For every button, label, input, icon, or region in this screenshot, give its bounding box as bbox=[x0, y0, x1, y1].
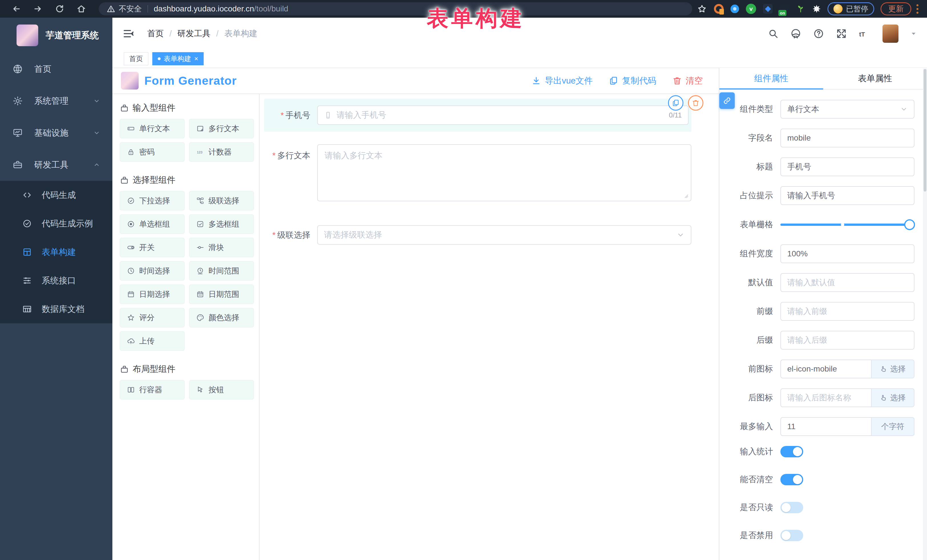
form-grid-slider[interactable] bbox=[780, 223, 913, 226]
tab-component-props[interactable]: 组件属性 bbox=[719, 68, 823, 89]
fullscreen-icon[interactable] bbox=[836, 28, 847, 39]
sidebar-item-system[interactable]: 系统管理 bbox=[0, 85, 112, 117]
export-vue-button[interactable]: 导出vue文件 bbox=[531, 75, 593, 87]
component-item-time-range[interactable]: 时间范围 bbox=[189, 261, 254, 281]
component-item-color-picker[interactable]: 颜色选择 bbox=[189, 308, 254, 327]
component-item-checkbox-group[interactable]: 多选框组 bbox=[189, 214, 254, 234]
component-item-password[interactable]: 密码 bbox=[120, 142, 185, 162]
phone-input[interactable]: 请输入手机号 0/11 bbox=[317, 106, 688, 125]
link-button[interactable] bbox=[719, 93, 735, 109]
component-item-button[interactable]: 按钮 bbox=[189, 380, 254, 399]
collapse-menu-icon[interactable] bbox=[122, 27, 135, 40]
prefix-input[interactable] bbox=[780, 302, 915, 321]
toolbox-icon bbox=[12, 160, 24, 170]
form-canvas[interactable]: *手机号 请输入手机号 0/11 *多行文本 bbox=[260, 94, 719, 560]
component-item-radio-group[interactable]: 单选框组 bbox=[120, 214, 185, 234]
extension-icon[interactable]: v bbox=[746, 4, 756, 14]
extension-icon[interactable] bbox=[763, 4, 773, 14]
prefix-icon-input[interactable] bbox=[780, 360, 871, 378]
component-item-counter[interactable]: 123计数器 bbox=[189, 142, 254, 162]
readonly-switch[interactable] bbox=[780, 502, 803, 513]
not-secure-warning[interactable]: 不安全 bbox=[107, 4, 142, 14]
extension-icon[interactable] bbox=[714, 4, 723, 14]
help-icon[interactable] bbox=[813, 28, 824, 39]
sidebar-item-db-doc[interactable]: 数据库文档 bbox=[0, 295, 112, 323]
close-icon[interactable]: × bbox=[194, 55, 198, 62]
resize-handle-icon[interactable] bbox=[683, 193, 688, 199]
multiline-textarea[interactable]: 请输入多行文本 bbox=[317, 144, 691, 201]
disabled-switch[interactable] bbox=[780, 530, 803, 541]
delete-component-button[interactable] bbox=[688, 95, 704, 111]
copy-code-button[interactable]: 复制代码 bbox=[609, 75, 656, 87]
scrollbar[interactable] bbox=[923, 68, 927, 560]
component-item-select[interactable]: 下拉选择 bbox=[120, 191, 185, 211]
sidebar-item-code-gen-demo[interactable]: 代码生成示例 bbox=[0, 209, 112, 238]
scrollbar-thumb[interactable] bbox=[924, 69, 926, 191]
sidebar-item-home[interactable]: 首页 bbox=[0, 53, 112, 85]
bookmark-star-icon[interactable] bbox=[698, 4, 707, 14]
extension-icon[interactable] bbox=[731, 5, 739, 13]
sidebar-item-code-gen[interactable]: 代码生成 bbox=[0, 181, 112, 209]
default-value-input[interactable] bbox=[780, 273, 915, 292]
user-avatar[interactable] bbox=[883, 24, 898, 43]
clearable-switch[interactable] bbox=[780, 474, 803, 485]
input-stats-switch[interactable] bbox=[780, 446, 803, 457]
clear-button[interactable]: 清空 bbox=[672, 75, 703, 87]
tag-form-builder[interactable]: 表单构建 × bbox=[152, 52, 204, 65]
component-item-time-picker[interactable]: 时间选择 bbox=[120, 261, 185, 281]
breadcrumb-devtools[interactable]: 研发工具 bbox=[178, 28, 211, 39]
placeholder-input[interactable] bbox=[780, 186, 915, 205]
font-size-icon[interactable]: tT bbox=[859, 28, 871, 39]
component-item-textarea[interactable]: 多行文本 bbox=[189, 119, 254, 138]
suffix-input[interactable] bbox=[780, 331, 915, 349]
component-type-select[interactable]: 单行文本 bbox=[780, 100, 915, 118]
chevron-down-icon[interactable] bbox=[910, 30, 917, 37]
component-item-slider[interactable]: 滑块 bbox=[189, 238, 254, 257]
slider-handle[interactable] bbox=[904, 219, 915, 230]
canvas-field-cascader[interactable]: *级联选择 请选择级联选择 bbox=[264, 225, 691, 244]
duplicate-component-button[interactable] bbox=[668, 95, 684, 111]
suffix-icon-select-button[interactable]: 选择 bbox=[871, 389, 915, 407]
width-input[interactable] bbox=[780, 244, 915, 263]
component-item-switch[interactable]: 开关 bbox=[120, 238, 185, 257]
github-icon[interactable] bbox=[790, 28, 801, 39]
extension-icon[interactable]: on bbox=[780, 4, 789, 14]
canvas-field-textarea[interactable]: *多行文本 请输入多行文本 bbox=[264, 144, 691, 201]
sidebar-item-devtools[interactable]: 研发工具 bbox=[0, 149, 112, 181]
cascader-select[interactable]: 请选择级联选择 bbox=[317, 225, 691, 244]
extension-icon[interactable] bbox=[796, 4, 805, 14]
extension-icon[interactable] bbox=[812, 4, 821, 14]
component-item-date-range[interactable]: 日期范围 bbox=[189, 285, 254, 304]
breadcrumb-home[interactable]: 首页 bbox=[147, 28, 164, 39]
app-logo-row[interactable]: 芋道管理系统 bbox=[0, 18, 112, 53]
component-item-upload[interactable]: 上传 bbox=[120, 331, 185, 351]
field-name-input[interactable] bbox=[780, 129, 915, 147]
component-item-rate[interactable]: 评分 bbox=[120, 308, 185, 327]
max-input-input[interactable] bbox=[780, 417, 871, 436]
canvas-field-phone[interactable]: *手机号 请输入手机号 0/11 bbox=[264, 99, 691, 132]
tag-home[interactable]: 首页 bbox=[124, 52, 148, 65]
tab-form-props[interactable]: 表单属性 bbox=[823, 68, 927, 89]
sidebar-item-infra[interactable]: 基础设施 bbox=[0, 117, 112, 149]
app-title: 芋道管理系统 bbox=[46, 29, 99, 41]
reload-icon[interactable] bbox=[55, 4, 64, 14]
component-item-row-container[interactable]: 行容器 bbox=[120, 380, 185, 399]
sidebar-item-form-builder[interactable]: 表单构建 bbox=[0, 238, 112, 266]
forward-icon[interactable] bbox=[33, 4, 43, 14]
home-icon[interactable] bbox=[76, 4, 86, 14]
component-item-cascader[interactable]: 级联选择 bbox=[189, 191, 254, 211]
browser-menu-icon[interactable] bbox=[916, 4, 918, 14]
generator-title: Form Generator bbox=[144, 74, 237, 88]
suffix-icon-input[interactable] bbox=[780, 389, 871, 407]
prefix-icon-select-button[interactable]: 选择 bbox=[871, 360, 915, 378]
update-button[interactable]: 更新 bbox=[880, 2, 911, 15]
breadcrumb-current: 表单构建 bbox=[224, 28, 257, 39]
address-bar[interactable]: 不安全 dashboard.yudao.iocoder.cn /tool/bui… bbox=[99, 2, 692, 15]
title-input[interactable] bbox=[780, 157, 915, 176]
sidebar-item-system-api[interactable]: 系统接口 bbox=[0, 266, 112, 295]
component-item-date-picker[interactable]: 日期选择 bbox=[120, 285, 185, 304]
paused-extension-button[interactable]: 已暂停 bbox=[827, 2, 874, 15]
component-item-single-text[interactable]: 单行文本 bbox=[120, 119, 185, 138]
search-icon[interactable] bbox=[768, 28, 779, 39]
back-icon[interactable] bbox=[11, 4, 21, 14]
